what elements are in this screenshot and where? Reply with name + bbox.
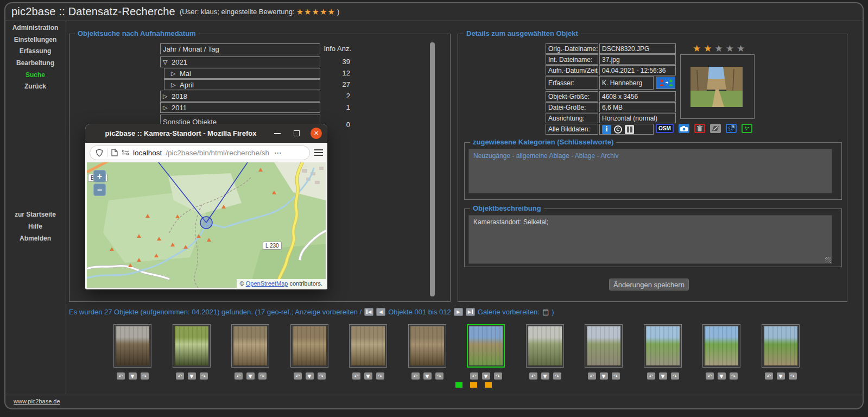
delete-button[interactable] — [694, 124, 705, 133]
rotate-right-button[interactable]: ↷ — [200, 372, 208, 380]
thumbnail[interactable] — [173, 324, 211, 368]
site-permissions-icon[interactable] — [122, 150, 129, 155]
tree-row-2021[interactable]: ▽ 2021 — [160, 56, 320, 67]
thumbnail[interactable] — [526, 324, 564, 368]
download-button[interactable]: ▼ — [129, 372, 137, 380]
expand-icon[interactable]: ▷ — [163, 93, 172, 100]
save-changes-button[interactable]: Änderungen speichern — [609, 279, 689, 290]
rotate-right-button[interactable]: ↷ — [141, 372, 149, 380]
osm-button[interactable]: OSM — [656, 124, 674, 133]
download-button[interactable]: ▼ — [246, 372, 255, 380]
zoom-in-button[interactable]: + — [93, 170, 106, 182]
rotate-right-button[interactable]: ↷ — [318, 372, 326, 380]
first-page-button[interactable]: ◀ — [364, 308, 373, 316]
page-icon[interactable] — [111, 149, 118, 156]
camera-button[interactable] — [679, 124, 689, 133]
rotate-right-button[interactable]: ↷ — [730, 372, 738, 380]
rotate-right-button[interactable]: ↷ — [553, 372, 561, 380]
exif-info-icon[interactable]: i — [602, 125, 611, 134]
download-button[interactable]: ▼ — [482, 372, 490, 380]
rotate-left-button[interactable]: ↶ — [352, 372, 360, 380]
change-owner-button[interactable] — [656, 77, 675, 89]
rotate-right-button[interactable]: ↷ — [494, 372, 502, 380]
thumbnail[interactable] — [231, 324, 269, 368]
thumbnail[interactable] — [408, 324, 446, 368]
close-button[interactable]: ✕ — [311, 128, 322, 139]
category-link[interactable]: Neuzugänge — [473, 152, 510, 160]
rotate-left-button[interactable]: ↶ — [470, 372, 478, 380]
tree-row-2018[interactable]: ▷ 2018 — [160, 91, 320, 102]
download-button[interactable]: ▼ — [777, 372, 785, 380]
fingerprint-button[interactable] — [726, 124, 737, 133]
category-link[interactable]: Archiv — [600, 152, 618, 160]
download-button[interactable]: ▼ — [600, 372, 608, 380]
rotate-left-button[interactable]: ↶ — [411, 372, 420, 380]
histogram-button[interactable] — [710, 124, 721, 133]
map-canvas[interactable]: B 185 + − L 230 © OpenStreetMap contribu… — [87, 162, 326, 288]
rotate-right-button[interactable]: ↷ — [612, 372, 620, 380]
rotate-left-button[interactable]: ↶ — [588, 372, 596, 380]
rotate-left-button[interactable]: ↶ — [235, 372, 243, 380]
sidebar-item-erfassung[interactable]: Erfassung — [5, 47, 66, 55]
sidebar-item-startseite[interactable]: zur Startseite — [5, 211, 66, 218]
expand-icon[interactable]: ▷ — [171, 81, 180, 89]
maximize-button[interactable] — [294, 130, 300, 136]
download-button[interactable]: ▼ — [423, 372, 432, 380]
copyright-icon[interactable]: C — [614, 125, 622, 134]
categories-box[interactable]: Neuzugänge - allgemeine Ablage - Ablage … — [468, 149, 832, 193]
download-button[interactable]: ▼ — [188, 372, 196, 380]
tree-scrollbar[interactable] — [430, 42, 435, 296]
thumbnail[interactable] — [290, 324, 328, 368]
rotate-right-button[interactable]: ↷ — [789, 372, 797, 380]
tree-row-2011[interactable]: ▷ 2011 — [160, 102, 320, 113]
popup-titlebar[interactable]: pic2base :: Kamera-Standort - Mozilla Fi… — [85, 124, 327, 143]
rotate-right-button[interactable]: ↷ — [376, 372, 384, 380]
columns-icon[interactable] — [625, 125, 634, 134]
rotate-left-button[interactable]: ↶ — [706, 372, 714, 380]
tree-row-april[interactable]: ▷ April — [164, 79, 320, 90]
tree-row-mai[interactable]: ▷ Mai — [164, 68, 320, 79]
rotate-right-button[interactable]: ↷ — [671, 372, 679, 380]
thumbnail[interactable] — [702, 324, 740, 368]
footer-link[interactable]: www.pic2base.de — [14, 398, 60, 405]
rotate-left-button[interactable]: ↶ — [176, 372, 184, 380]
download-button[interactable]: ▼ — [364, 372, 372, 380]
star-empty-icon[interactable]: ★★★ — [714, 43, 747, 54]
thumbnail[interactable] — [762, 324, 800, 368]
object-rating[interactable]: ★★★★★ — [693, 43, 747, 54]
thumbnail-selected[interactable] — [467, 324, 505, 368]
category-link[interactable]: allgemeine Ablage — [516, 152, 569, 160]
map-popup-window[interactable]: pic2base :: Kamera-Standort - Mozilla Fi… — [85, 124, 327, 289]
rotate-left-button[interactable]: ↶ — [117, 372, 125, 380]
expand-icon[interactable]: ▷ — [163, 104, 172, 111]
next-page-button[interactable]: ▶ — [454, 308, 463, 316]
sidebar-item-hilfe[interactable]: Hilfe — [5, 223, 66, 230]
shield-icon[interactable] — [96, 149, 103, 157]
rotate-right-button[interactable]: ↷ — [258, 372, 267, 380]
prev-page-button[interactable]: ◀ — [376, 308, 385, 316]
openstreetmap-link[interactable]: OpenStreetMap — [246, 280, 288, 287]
sidebar-item-abmelden[interactable]: Abmelden — [5, 235, 66, 242]
description-textarea[interactable]: Kamerastandort: Selketal; — [468, 215, 832, 264]
expand-icon[interactable]: ▷ — [171, 70, 180, 77]
sidebar-item-zurueck[interactable]: Zurück — [5, 83, 66, 90]
resize-handle[interactable] — [825, 257, 831, 263]
url-input[interactable]: localhost/pic2base/bin/html/recherche/sh… — [90, 146, 310, 160]
rotate-left-button[interactable]: ↶ — [765, 372, 773, 380]
rotate-left-button[interactable]: ↶ — [529, 372, 537, 380]
thumbnail[interactable] — [585, 324, 623, 368]
last-page-button[interactable]: ▶ — [466, 308, 475, 316]
sidebar-item-bearbeitung[interactable]: Bearbeitung — [5, 59, 66, 67]
rotate-left-button[interactable]: ↶ — [647, 372, 655, 380]
thumbnail[interactable] — [349, 324, 387, 368]
collapse-icon[interactable]: ▽ — [163, 59, 172, 66]
gallery-document-icon[interactable]: ▤ — [542, 308, 549, 316]
download-button[interactable]: ▼ — [718, 372, 726, 380]
sidebar-item-einstellungen[interactable]: Einstellungen — [5, 36, 66, 43]
minimize-button[interactable] — [274, 133, 281, 134]
star-filled-icon[interactable]: ★★ — [693, 43, 714, 54]
download-button[interactable]: ▼ — [659, 372, 667, 380]
download-button[interactable]: ▼ — [541, 372, 549, 380]
rotate-right-button[interactable]: ↷ — [435, 372, 443, 380]
download-button[interactable]: ▼ — [306, 372, 314, 380]
